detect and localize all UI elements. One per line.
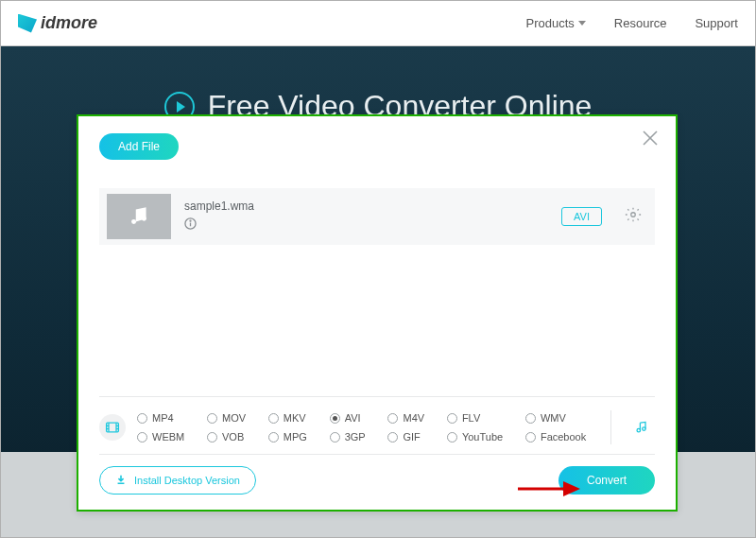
logo-mark-icon	[18, 14, 37, 33]
brand-text: idmore	[41, 13, 97, 33]
svg-point-7	[631, 213, 636, 217]
download-icon	[115, 474, 127, 487]
svg-point-15	[637, 428, 641, 432]
format-option-label: M4V	[403, 412, 424, 424]
audio-category-icon[interactable]	[628, 414, 655, 441]
install-desktop-label: Install Desktop Version	[134, 475, 240, 486]
close-button[interactable]	[642, 130, 659, 147]
svg-point-6	[190, 220, 191, 221]
format-option-3gp[interactable]: 3GP	[330, 431, 373, 443]
file-row: sample1.wma AVI	[99, 188, 655, 245]
format-option-mp4[interactable]: MP4	[137, 412, 192, 424]
format-option-label: Facebook	[541, 431, 586, 443]
format-option-label: 3GP	[345, 431, 366, 443]
format-option-label: VOB	[222, 431, 244, 443]
format-option-mpg[interactable]: MPG	[268, 431, 315, 443]
modal-footer: Install Desktop Version Convert	[99, 454, 655, 495]
radio-icon	[525, 413, 536, 424]
nav-resource[interactable]: Resource	[614, 16, 667, 30]
file-thumbnail	[107, 194, 171, 239]
radio-icon	[330, 432, 340, 443]
brand-logo[interactable]: idmore	[18, 13, 97, 33]
nav-support[interactable]: Support	[695, 16, 738, 30]
format-option-vob[interactable]: VOB	[207, 431, 253, 443]
format-option-label: MP4	[152, 412, 174, 424]
format-option-label: WMV	[541, 412, 566, 424]
chevron-down-icon	[578, 21, 586, 26]
add-file-button[interactable]: Add File	[99, 133, 179, 160]
format-option-avi[interactable]: AVI	[330, 412, 373, 424]
radio-icon	[525, 432, 536, 443]
top-navigation: Products Resource Support	[526, 16, 739, 30]
svg-point-3	[142, 217, 146, 221]
format-option-webm[interactable]: WEBM	[137, 431, 192, 443]
file-meta: sample1.wma	[184, 200, 548, 234]
format-option-label: AVI	[345, 412, 361, 424]
radio-icon	[137, 413, 147, 424]
svg-point-16	[643, 427, 646, 431]
radio-icon	[137, 432, 147, 443]
radio-icon	[207, 413, 217, 424]
music-note-icon	[127, 204, 151, 229]
add-file-label: Add File	[118, 140, 160, 153]
format-option-label: MPG	[284, 431, 307, 443]
convert-label: Convert	[587, 474, 627, 487]
nav-support-label: Support	[695, 16, 738, 30]
format-option-label: MKV	[284, 412, 306, 424]
radio-icon	[268, 432, 279, 443]
radio-icon	[387, 432, 398, 443]
format-option-wmv[interactable]: WMV	[525, 412, 593, 424]
format-option-gif[interactable]: GIF	[387, 431, 431, 443]
convert-button[interactable]: Convert	[558, 466, 655, 495]
format-option-label: YouTube	[462, 431, 503, 443]
format-option-mkv[interactable]: MKV	[268, 412, 315, 424]
format-grid: MP4MOVMKVAVIM4VFLVWMVWEBMVOBMPG3GPGIFYou…	[137, 412, 593, 443]
converter-modal: Add File sample1.wma AVI MP4MOVMK	[77, 114, 678, 512]
install-desktop-button[interactable]: Install Desktop Version	[99, 466, 256, 495]
svg-point-2	[131, 219, 136, 224]
format-option-mov[interactable]: MOV	[207, 412, 253, 424]
format-option-label: FLV	[462, 412, 480, 424]
app-frame: idmore Products Resource Support Free Vi…	[0, 0, 756, 538]
nav-resource-label: Resource	[614, 16, 667, 30]
file-format-badge[interactable]: AVI	[561, 207, 602, 226]
format-option-m4v[interactable]: M4V	[387, 412, 431, 424]
file-name: sample1.wma	[184, 200, 548, 213]
radio-icon	[330, 413, 340, 424]
format-option-youtube[interactable]: YouTube	[447, 431, 510, 443]
radio-icon	[447, 413, 457, 424]
radio-icon	[387, 413, 398, 424]
format-option-facebook[interactable]: Facebook	[525, 431, 593, 443]
file-settings-button[interactable]	[625, 206, 642, 227]
format-selector-bar: MP4MOVMKVAVIM4VFLVWMVWEBMVOBMPG3GPGIFYou…	[99, 396, 655, 454]
radio-icon	[268, 413, 279, 424]
radio-icon	[207, 432, 217, 443]
video-category-icon[interactable]	[99, 414, 126, 441]
topbar: idmore Products Resource Support	[1, 1, 755, 46]
nav-products[interactable]: Products	[526, 16, 586, 30]
format-option-label: GIF	[403, 431, 420, 443]
format-option-label: WEBM	[152, 431, 184, 443]
info-icon[interactable]	[184, 217, 548, 234]
radio-icon	[447, 432, 457, 443]
format-option-label: MOV	[222, 412, 246, 424]
nav-products-label: Products	[526, 16, 575, 30]
divider	[610, 410, 611, 444]
format-option-flv[interactable]: FLV	[447, 412, 510, 424]
